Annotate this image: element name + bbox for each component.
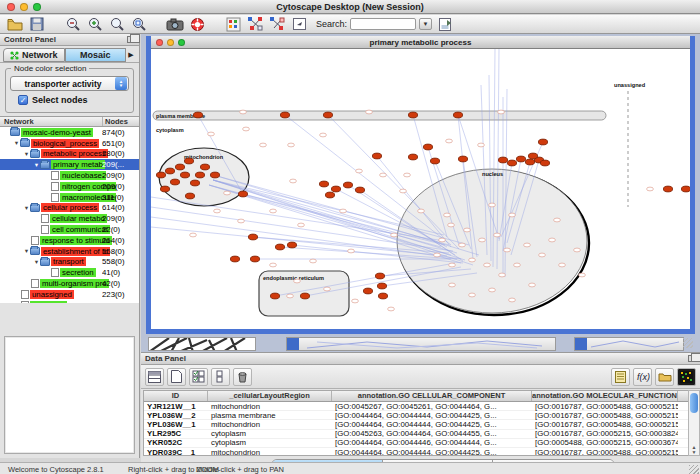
table-cell[interactable]: YJR121W__1 <box>144 402 208 411</box>
tree-row[interactable]: secretion41(0) <box>0 267 139 278</box>
tree-row-label[interactable]: establishment of lo <box>41 247 110 256</box>
tree-row[interactable]: cellular metabo209(0) <box>0 213 139 224</box>
network-zoom-button[interactable] <box>178 39 185 46</box>
attribute-table-header[interactable]: ID_cellularLayoutRegionannotation.GO CEL… <box>144 391 688 402</box>
window-controls[interactable] <box>7 3 41 11</box>
tree-row-label[interactable]: cell communicat <box>50 225 110 234</box>
tree-row[interactable]: ▼transport558(0) <box>0 257 139 268</box>
table-cell[interactable]: [GO:0044464, GO:0044446, GO:0044444, G..… <box>332 438 532 447</box>
column-header[interactable]: annotation.GO MOLECULAR_FUNCTION <box>532 391 678 401</box>
table-cell[interactable]: mitochondrion <box>208 402 332 411</box>
zoom-in-icon[interactable] <box>86 16 104 32</box>
layout-region-icon[interactable] <box>224 16 242 32</box>
open-icon[interactable] <box>6 16 24 32</box>
tree-expander-icon[interactable]: ▼ <box>23 205 30 211</box>
select-attributes-icon[interactable] <box>189 368 208 386</box>
tree-row-label[interactable]: unassigned <box>30 290 74 299</box>
table-cell[interactable]: mitochondrion <box>208 420 332 429</box>
select-nodes-checkbox[interactable]: ✓ <box>18 95 28 105</box>
column-header[interactable]: annotation.GO CELLULAR_COMPONENT <box>332 391 532 401</box>
tree-row[interactable]: nucleobase-209(0) <box>0 170 139 181</box>
table-cell[interactable]: cytoplasm <box>208 438 332 447</box>
background-window-thumbnail[interactable] <box>148 337 256 351</box>
background-window-strip[interactable] <box>574 337 684 351</box>
tree-row[interactable]: ▼cellular process614(0) <box>0 203 139 214</box>
tree-row[interactable]: mosaic-demo-yeast874(0) <box>0 127 139 138</box>
birdseye-view[interactable] <box>4 336 135 454</box>
tree-row-label[interactable]: response to stimulu <box>40 236 112 245</box>
window-resize-grip[interactable] <box>689 465 699 474</box>
tree-row-label[interactable]: Overview <box>30 301 67 303</box>
tree-expander-icon[interactable]: ▼ <box>33 259 40 265</box>
column-header[interactable]: ID <box>144 391 208 401</box>
tree-row-label[interactable]: cellular process <box>41 203 99 212</box>
network-graph[interactable]: plasma membranecytoplasmmitochondrionnuc… <box>151 49 690 329</box>
formula-icon[interactable]: f(x) <box>633 368 652 386</box>
notes-icon[interactable] <box>611 368 630 386</box>
table-row[interactable]: YDR039C__1mitochondrion[GO:0044464, GO:0… <box>144 448 688 456</box>
table-cell[interactable]: YLR295C <box>144 429 208 438</box>
delete-attribute-icon[interactable] <box>233 368 252 386</box>
tree-expander-icon[interactable]: ▼ <box>33 162 40 168</box>
table-cell[interactable]: [GO:0005488, GO:0005215, GO:0003674] <box>532 438 678 447</box>
tree-row-label[interactable]: mosaic-demo-yeast <box>21 128 93 137</box>
tree-row[interactable]: ▼metabolic process280(0) <box>0 149 139 160</box>
unselect-attributes-icon[interactable] <box>211 368 230 386</box>
import-icon[interactable] <box>436 16 454 32</box>
table-cell[interactable]: [GO:0016787, GO:0005488, GO:0005215, G..… <box>532 420 678 429</box>
annotation-icon[interactable] <box>290 16 308 32</box>
network-window-controls[interactable] <box>156 39 185 46</box>
table-cell[interactable]: [GO:0016787, GO:0005215, GO:0003824, G..… <box>532 429 678 438</box>
tree-expander-icon[interactable]: ▼ <box>23 151 30 157</box>
tree-row[interactable]: ▼biological_process651(0) <box>0 138 139 149</box>
network-close-button[interactable] <box>156 39 163 46</box>
search-dropdown-icon[interactable]: ▼ <box>419 18 432 30</box>
zoom-window-button[interactable] <box>33 3 41 11</box>
table-cell[interactable]: [GO:0045267, GO:0045261, GO:0044464, G..… <box>332 402 532 411</box>
tree-expander-icon[interactable]: ▼ <box>13 140 20 146</box>
new-attribute-icon[interactable] <box>167 368 186 386</box>
tab-scroll-right-icon[interactable]: ▶ <box>126 48 136 62</box>
table-cell[interactable]: [GO:0016787, GO:0005488, GO:0005215, G..… <box>532 411 678 420</box>
tree-row-label[interactable]: cellular metabo <box>50 214 107 223</box>
network-minimize-button[interactable] <box>167 39 174 46</box>
edit-edges-icon[interactable] <box>268 16 286 32</box>
edit-nodes-icon[interactable] <box>246 16 264 32</box>
node-color-dropdown[interactable]: transporter activity ▲▼ <box>10 76 129 91</box>
tree-row-label[interactable]: transport <box>51 257 86 266</box>
tree-row-label[interactable]: multi-organism pro <box>40 279 109 288</box>
table-cell[interactable]: [GO:0044464, GO:0044444, GO:0044425, G..… <box>332 448 532 456</box>
table-cell[interactable]: [GO:0044464, GO:0044444, GO:0044425, G..… <box>332 420 532 429</box>
scrollbar-thumb[interactable] <box>690 393 698 413</box>
table-cell[interactable]: YDR039C__1 <box>144 448 208 456</box>
tree-row-label[interactable]: secretion <box>60 268 96 277</box>
open-attr-icon[interactable] <box>655 368 674 386</box>
table-cell[interactable]: YPL036W__1 <box>144 420 208 429</box>
float-data-panel-icon[interactable] <box>688 355 696 362</box>
scrollbar-arrows-icon[interactable]: ▲▼ <box>689 445 699 455</box>
network-window[interactable]: primary metabolic process plasma membran… <box>146 36 695 334</box>
table-cell[interactable]: [GO:0045263, GO:0044464, GO:0044455, G..… <box>332 429 532 438</box>
network-window-titlebar[interactable]: primary metabolic process <box>151 36 690 49</box>
tree-row[interactable]: ▼establishment of lo558(0) <box>0 246 139 257</box>
zoom-out-icon[interactable] <box>64 16 82 32</box>
background-window-strip[interactable] <box>286 337 556 351</box>
zoom-selected-icon[interactable] <box>108 16 126 32</box>
tab-mosaic[interactable]: Mosaic <box>65 48 127 62</box>
tree-row-label[interactable]: biological_process <box>31 139 99 148</box>
minimize-window-button[interactable] <box>20 3 28 11</box>
attribute-table[interactable]: ID_cellularLayoutRegionannotation.GO CEL… <box>143 390 689 456</box>
tab-network[interactable]: Network <box>3 48 65 62</box>
save-icon[interactable] <box>28 16 46 32</box>
tree-row[interactable]: response to stimulu264(0) <box>0 235 139 246</box>
tree-row[interactable]: macromolecule311(0) <box>0 192 139 203</box>
search-input[interactable] <box>350 18 416 30</box>
attribute-table-icon[interactable] <box>145 368 164 386</box>
table-cell[interactable]: [GO:0016787, GO:0005488, GO:0005215, G..… <box>532 402 678 411</box>
nodes-column-header[interactable]: Nodes <box>103 117 139 126</box>
column-header[interactable]: _cellularLayoutRegion <box>208 391 332 401</box>
tree-row[interactable]: Overview8(0) <box>0 300 139 303</box>
table-cell[interactable]: YPL036W__2 <box>144 411 208 420</box>
resize-grip-icon[interactable] <box>683 338 693 348</box>
table-cell[interactable]: [GO:0044464, GO:0044444, GO:0044425, G..… <box>332 411 532 420</box>
